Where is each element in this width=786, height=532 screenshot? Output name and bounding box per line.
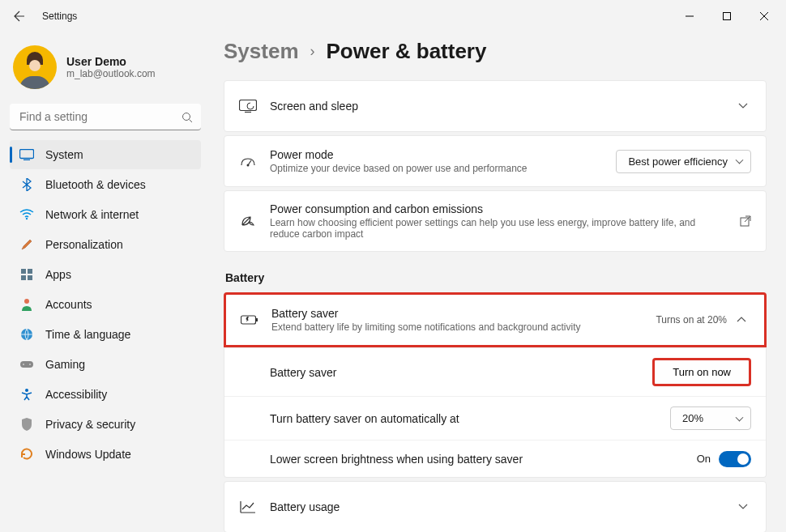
paintbrush-icon bbox=[19, 237, 34, 252]
nav-label: Apps bbox=[45, 268, 71, 281]
nav-item-accounts[interactable]: Accounts bbox=[10, 290, 201, 319]
turn-on-now-button[interactable]: Turn on now bbox=[652, 358, 751, 386]
nav-item-apps[interactable]: Apps bbox=[10, 260, 201, 289]
status-text: Turns on at 20% bbox=[656, 314, 727, 326]
nav-item-network[interactable]: Network & internet bbox=[10, 200, 201, 229]
svg-rect-17 bbox=[240, 100, 257, 111]
sidebar: User Demo m_lab@outlook.com System Bluet… bbox=[0, 32, 211, 532]
avatar bbox=[13, 45, 57, 89]
close-button[interactable] bbox=[745, 0, 783, 32]
breadcrumb: System › Power & battery bbox=[224, 39, 767, 64]
nav-label: Accounts bbox=[45, 298, 92, 311]
minimize-button[interactable] bbox=[671, 0, 708, 32]
nav-label: Bluetooth & devices bbox=[45, 178, 146, 191]
arrow-left-icon bbox=[13, 10, 26, 23]
nav: System Bluetooth & devices Network & int… bbox=[10, 140, 201, 469]
profile-name: User Demo bbox=[66, 55, 156, 68]
brightness-row: Lower screen brightness when using batte… bbox=[224, 440, 766, 477]
nav-label: Accessibility bbox=[45, 388, 107, 401]
accessibility-icon bbox=[19, 387, 34, 402]
svg-point-20 bbox=[247, 164, 250, 167]
svg-point-16 bbox=[25, 389, 28, 392]
profile-block[interactable]: User Demo m_lab@outlook.com bbox=[10, 39, 201, 104]
leaf-icon bbox=[239, 214, 257, 228]
system-icon bbox=[19, 147, 34, 162]
titlebar: Settings bbox=[0, 0, 786, 32]
auto-threshold-dropdown[interactable]: 20% bbox=[670, 406, 751, 430]
svg-rect-13 bbox=[20, 361, 33, 368]
svg-rect-1 bbox=[724, 13, 731, 20]
search-icon bbox=[182, 112, 193, 123]
card-title: Battery usage bbox=[270, 500, 725, 513]
chevron-down-icon bbox=[738, 504, 751, 510]
power-mode-dropdown[interactable]: Best power efficiency bbox=[616, 150, 751, 173]
nav-label: System bbox=[45, 148, 83, 161]
battery-usage-card[interactable]: Battery usage bbox=[224, 481, 767, 532]
card-subtitle: Learn how choosing efficient power setti… bbox=[270, 217, 727, 240]
carbon-card[interactable]: Power consumption and carbon emissions L… bbox=[224, 190, 767, 252]
update-icon bbox=[19, 447, 34, 462]
card-title: Power consumption and carbon emissions bbox=[270, 202, 727, 215]
nav-item-system[interactable]: System bbox=[10, 140, 201, 169]
nav-item-accessibility[interactable]: Accessibility bbox=[10, 380, 201, 409]
battery-saver-card[interactable]: Battery saver Extend battery life by lim… bbox=[224, 292, 767, 347]
search-box bbox=[10, 104, 201, 130]
shield-icon bbox=[19, 417, 34, 432]
svg-rect-9 bbox=[21, 275, 26, 280]
screen-icon bbox=[239, 100, 257, 113]
nav-item-gaming[interactable]: Gaming bbox=[10, 350, 201, 379]
svg-point-14 bbox=[23, 364, 24, 365]
nav-item-time[interactable]: Time & language bbox=[10, 320, 201, 349]
card-subtitle: Optimize your device based on power use … bbox=[270, 163, 603, 174]
sub-label: Battery saver bbox=[270, 366, 639, 379]
main-content: System › Power & battery Screen and slee… bbox=[211, 32, 786, 532]
power-mode-card: Power mode Optimize your device based on… bbox=[224, 135, 767, 187]
svg-point-15 bbox=[29, 364, 31, 365]
nav-item-privacy[interactable]: Privacy & security bbox=[10, 410, 201, 439]
battery-saver-expanded: Battery saver Turn on now Turn battery s… bbox=[224, 347, 767, 478]
svg-point-6 bbox=[26, 218, 28, 219]
nav-item-bluetooth[interactable]: Bluetooth & devices bbox=[10, 170, 201, 199]
nav-label: Network & internet bbox=[45, 208, 139, 221]
card-title: Battery saver bbox=[271, 307, 643, 320]
profile-email: m_lab@outlook.com bbox=[66, 68, 156, 79]
chart-icon bbox=[239, 500, 257, 513]
chevron-right-icon: › bbox=[310, 43, 315, 60]
gamepad-icon bbox=[19, 357, 34, 372]
card-title: Power mode bbox=[270, 148, 603, 161]
svg-point-11 bbox=[24, 299, 29, 304]
wifi-icon bbox=[19, 207, 34, 222]
nav-item-update[interactable]: Windows Update bbox=[10, 440, 201, 469]
sub-label: Turn battery saver on automatically at bbox=[270, 412, 657, 425]
window-controls bbox=[671, 0, 783, 32]
battery-section-label: Battery bbox=[225, 271, 767, 284]
sub-label: Lower screen brightness when using batte… bbox=[270, 453, 684, 466]
back-button[interactable] bbox=[3, 0, 36, 32]
svg-rect-4 bbox=[20, 150, 34, 159]
external-link-icon bbox=[740, 215, 751, 227]
battery-saver-icon bbox=[241, 314, 258, 326]
toggle-state-text: On bbox=[697, 453, 711, 465]
screen-sleep-card[interactable]: Screen and sleep bbox=[224, 80, 767, 132]
bluetooth-icon bbox=[19, 177, 34, 192]
svg-rect-8 bbox=[28, 269, 32, 274]
nav-label: Windows Update bbox=[45, 448, 131, 461]
page-title: Power & battery bbox=[327, 39, 487, 64]
search-input[interactable] bbox=[10, 104, 201, 130]
power-mode-icon bbox=[239, 155, 257, 168]
brightness-toggle[interactable] bbox=[719, 451, 751, 467]
person-icon bbox=[19, 297, 34, 312]
battery-saver-toggle-row: Battery saver Turn on now bbox=[224, 348, 766, 396]
svg-rect-10 bbox=[28, 275, 32, 280]
close-icon bbox=[760, 12, 768, 20]
maximize-icon bbox=[723, 12, 731, 20]
breadcrumb-parent[interactable]: System bbox=[224, 39, 299, 64]
maximize-button[interactable] bbox=[708, 0, 745, 32]
nav-label: Privacy & security bbox=[45, 418, 135, 431]
svg-rect-7 bbox=[21, 269, 26, 274]
nav-item-personalization[interactable]: Personalization bbox=[10, 230, 201, 259]
svg-rect-23 bbox=[256, 318, 258, 321]
app-title: Settings bbox=[42, 11, 77, 22]
svg-line-3 bbox=[190, 119, 193, 122]
nav-label: Time & language bbox=[45, 328, 130, 341]
